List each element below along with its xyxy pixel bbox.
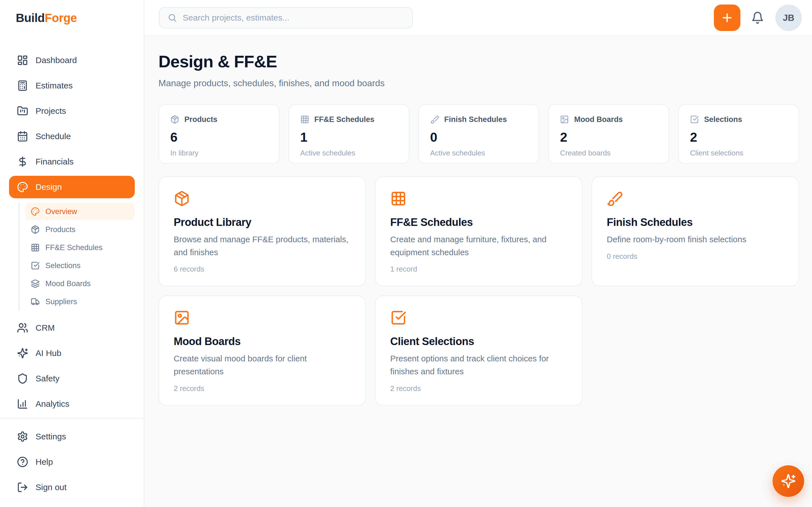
stat-label: Selections xyxy=(704,115,742,124)
sidebar-item-label: Dashboard xyxy=(36,55,77,65)
sidebar-item-label: Estimates xyxy=(36,81,73,91)
square-check-icon xyxy=(31,261,40,270)
sidebar-item-label: CRM xyxy=(36,323,55,333)
package-icon xyxy=(31,225,40,234)
sidebar-item-ai-hub[interactable]: AI Hub xyxy=(9,342,135,364)
subnav-item-selections[interactable]: Selections xyxy=(25,257,135,274)
module-grid: Product Library Browse and manage FF&E p… xyxy=(158,176,799,406)
layers-icon xyxy=(31,279,40,288)
sidebar-item-label: Analytics xyxy=(36,399,69,409)
sidebar-item-settings[interactable]: Settings xyxy=(9,425,135,448)
avatar-initials: JB xyxy=(783,13,795,23)
gear-icon xyxy=(17,431,28,442)
subnav-item-label: Mood Boards xyxy=(45,279,91,288)
stat-label: Finish Schedules xyxy=(444,115,507,124)
sidebar-item-dashboard[interactable]: Dashboard xyxy=(9,49,135,71)
stat-card-finish-schedules[interactable]: Finish Schedules 0 Active schedules xyxy=(418,104,539,164)
sidebar-item-financials[interactable]: Financials xyxy=(9,151,135,173)
subnav-item-label: Products xyxy=(45,225,75,234)
sidebar: BuildForge Dashboard Estimates Projects … xyxy=(0,0,144,507)
sidebar-item-label: Sign out xyxy=(36,483,66,492)
search-input[interactable] xyxy=(183,13,404,22)
stat-card-selections[interactable]: Selections 2 Client selections xyxy=(678,104,799,164)
notifications-button[interactable] xyxy=(748,8,767,27)
module-records: 2 records xyxy=(390,384,567,393)
sidebar-item-crm[interactable]: CRM xyxy=(9,317,135,339)
sidebar-item-help[interactable]: Help xyxy=(9,451,135,473)
module-records: 0 records xyxy=(607,252,784,261)
brand-logo: BuildForge xyxy=(0,0,144,36)
stat-card-ffe-schedules[interactable]: FF&E Schedules 1 Active schedules xyxy=(289,104,409,164)
subnav-item-mood-boards[interactable]: Mood Boards xyxy=(25,275,135,292)
search-box[interactable] xyxy=(159,7,413,29)
search-icon xyxy=(167,13,177,22)
stat-card-products[interactable]: Products 6 In library xyxy=(158,104,280,164)
paintbrush-icon xyxy=(430,115,439,124)
subnav-item-overview[interactable]: Overview xyxy=(25,203,135,220)
module-card-client-selections[interactable]: Client Selections Present options and tr… xyxy=(375,295,582,406)
calculator-icon xyxy=(17,80,28,91)
stat-value: 1 xyxy=(300,129,398,145)
module-description: Create visual mood boards for client pre… xyxy=(174,352,351,378)
avatar[interactable]: JB xyxy=(775,4,802,31)
subnav-item-suppliers[interactable]: Suppliers xyxy=(25,293,135,311)
add-button[interactable] xyxy=(714,4,741,31)
stat-card-mood-boards[interactable]: Mood Boards 2 Created boards xyxy=(548,104,669,164)
module-records: 6 records xyxy=(174,265,351,274)
sidebar-item-label: Help xyxy=(36,457,53,467)
module-card-ffe-schedules[interactable]: FF&E Schedules Create and manage furnitu… xyxy=(375,176,582,286)
stat-value: 0 xyxy=(430,129,527,145)
stats-row: Products 6 In library FF&E Schedules 1 A… xyxy=(158,104,799,164)
module-card-product-library[interactable]: Product Library Browse and manage FF&E p… xyxy=(158,176,366,286)
sidebar-item-design[interactable]: Design xyxy=(9,176,135,198)
stat-label: Products xyxy=(185,115,217,124)
top-bar: JB xyxy=(144,0,812,36)
design-subnav: Overview Products FF&E Schedules Selecti… xyxy=(18,203,135,311)
module-title: Product Library xyxy=(174,216,351,228)
module-card-finish-schedules[interactable]: Finish Schedules Define room-by-room fin… xyxy=(592,176,799,286)
subnav-item-products[interactable]: Products xyxy=(25,221,135,238)
brand-second: Forge xyxy=(45,11,77,25)
sidebar-item-label: AI Hub xyxy=(36,348,61,358)
sidebar-item-label: Schedule xyxy=(36,131,71,141)
sidebar-nav: Dashboard Estimates Projects Schedule Fi… xyxy=(0,36,144,507)
module-description: Browse and manage FF&E products, materia… xyxy=(174,233,351,259)
palette-icon xyxy=(17,181,28,193)
sidebar-item-safety[interactable]: Safety xyxy=(9,367,135,390)
subnav-item-label: Overview xyxy=(45,207,77,216)
stat-label: Mood Boards xyxy=(574,115,623,124)
package-icon xyxy=(174,190,190,207)
stat-sublabel: Created boards xyxy=(560,149,657,158)
module-records: 2 records xyxy=(174,384,351,393)
users-icon xyxy=(17,322,28,334)
stat-label: FF&E Schedules xyxy=(314,115,374,124)
sidebar-item-sign-out[interactable]: Sign out xyxy=(9,476,135,499)
sidebar-item-estimates[interactable]: Estimates xyxy=(9,74,135,97)
sidebar-item-label: Financials xyxy=(36,157,73,166)
stat-value: 2 xyxy=(690,129,787,145)
module-title: FF&E Schedules xyxy=(390,216,567,228)
module-title: Finish Schedules xyxy=(607,216,784,228)
layout-dashboard-icon xyxy=(17,55,28,66)
sidebar-item-analytics[interactable]: Analytics xyxy=(9,393,135,415)
paintbrush-icon xyxy=(607,190,623,207)
page-title: Design & FF&E xyxy=(158,52,799,71)
sidebar-item-schedule[interactable]: Schedule xyxy=(9,125,135,148)
grid-icon xyxy=(31,243,40,252)
plus-icon xyxy=(721,11,733,24)
stat-value: 6 xyxy=(170,129,267,145)
module-card-mood-boards[interactable]: Mood Boards Create visual mood boards fo… xyxy=(158,295,366,406)
page-subtitle: Manage products, schedules, finishes, an… xyxy=(158,78,799,89)
sidebar-item-projects[interactable]: Projects xyxy=(9,100,135,122)
square-check-icon xyxy=(690,115,699,124)
ai-assistant-fab[interactable] xyxy=(772,465,804,497)
main-content: Design & FF&E Manage products, schedules… xyxy=(144,36,812,507)
palette-icon xyxy=(31,207,40,216)
module-records: 1 record xyxy=(390,265,567,274)
sparkles-icon xyxy=(17,348,28,359)
dollar-sign-icon xyxy=(17,156,28,167)
module-title: Client Selections xyxy=(390,335,567,348)
stat-sublabel: In library xyxy=(170,149,267,158)
sidebar-bottom-group: Settings Help Sign out xyxy=(9,418,135,507)
subnav-item-ffe-schedules[interactable]: FF&E Schedules xyxy=(25,239,135,256)
